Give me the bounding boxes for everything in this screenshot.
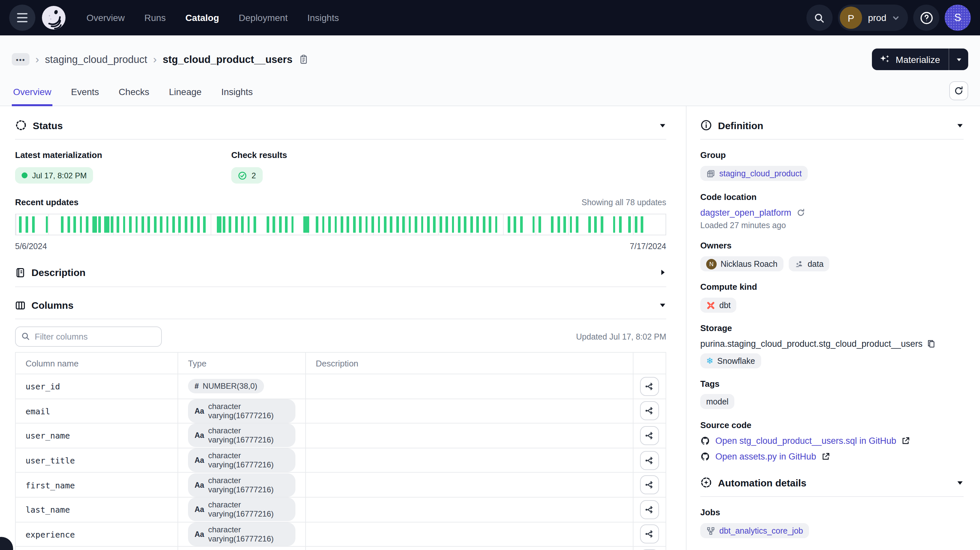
user-avatar[interactable]: S <box>945 5 971 31</box>
column-name: email <box>25 407 50 416</box>
columns-table-header: Column nameTypeDescription <box>15 352 666 374</box>
page-header: ••• › staging_cloud_product › stg_cloud_… <box>0 35 980 106</box>
update-bar <box>464 216 467 233</box>
column-type-pill: Aacharacter varying(16777216) <box>188 523 296 546</box>
column-description <box>305 473 633 497</box>
job-icon <box>706 526 715 535</box>
tab-checks[interactable]: Checks <box>117 86 150 105</box>
table-row: is_elementl_userBOOLEAN <box>15 547 666 550</box>
tags-label: Tags <box>700 379 964 389</box>
breadcrumb-overflow-button[interactable]: ••• <box>12 53 29 65</box>
update-bar <box>267 216 269 233</box>
update-bar <box>347 216 350 233</box>
expand-description-icon[interactable] <box>659 269 666 276</box>
nav-item-catalog[interactable]: Catalog <box>185 13 219 23</box>
check-results-badge[interactable]: 2 <box>231 167 262 183</box>
status-section-header[interactable]: Status <box>15 119 666 131</box>
update-bar <box>105 216 110 233</box>
breadcrumb: ••• › staging_cloud_product › stg_cloud_… <box>0 35 980 75</box>
update-bar <box>409 216 411 233</box>
recent-updates: Recent updates Showing all 78 updates 5/… <box>15 197 666 251</box>
update-bar <box>247 216 250 233</box>
update-bar <box>365 216 368 233</box>
help-button[interactable] <box>913 5 939 31</box>
automation-section-header[interactable]: Automation details <box>700 477 964 488</box>
nav-item-overview[interactable]: Overview <box>86 13 125 23</box>
menu-icon[interactable] <box>9 5 35 31</box>
column-lineage-button[interactable] <box>640 475 659 494</box>
column-header: Type <box>178 352 305 374</box>
column-lineage-button[interactable] <box>640 500 659 519</box>
column-name: user_id <box>25 382 60 392</box>
collapse-columns-icon[interactable] <box>659 301 666 309</box>
search-icon <box>21 332 30 341</box>
nav-item-insights[interactable]: Insights <box>307 13 339 23</box>
storage-label: Storage <box>700 323 964 333</box>
update-bar <box>433 216 436 233</box>
column-lineage-button[interactable] <box>640 451 659 470</box>
job-name: dbt_analytics_core_job <box>719 526 803 535</box>
nav-item-runs[interactable]: Runs <box>145 13 166 23</box>
filter-columns-field <box>15 327 162 347</box>
column-name: user_title <box>25 456 75 466</box>
column-lineage-button[interactable] <box>640 525 659 544</box>
github-link[interactable]: Open stg_cloud_product__users.sql in Git… <box>715 436 896 446</box>
collapse-status-icon[interactable] <box>659 121 666 129</box>
update-bar <box>613 216 616 233</box>
tab-insights[interactable]: Insights <box>220 86 254 105</box>
materialize-options-button[interactable] <box>948 48 968 70</box>
materialize-split-button: Materialize <box>872 48 968 70</box>
copy-path-icon[interactable] <box>927 340 935 348</box>
job-pill[interactable]: dbt_analytics_core_job <box>700 523 809 538</box>
tab-overview[interactable]: Overview <box>12 86 53 105</box>
tag-pill[interactable]: model <box>700 394 734 409</box>
update-bar <box>483 216 485 233</box>
search-button[interactable] <box>807 5 833 31</box>
columns-section-header[interactable]: Columns <box>15 300 666 311</box>
column-lineage-button[interactable] <box>640 426 659 445</box>
definition-section-header[interactable]: Definition <box>700 119 964 131</box>
collapse-automation-icon[interactable] <box>956 479 964 486</box>
update-bar <box>452 216 454 233</box>
update-bar <box>67 216 70 233</box>
update-bar <box>588 216 591 233</box>
breadcrumb-group-link[interactable]: staging_cloud_product <box>45 53 147 65</box>
column-type: character varying(16777216) <box>208 451 289 469</box>
tab-events[interactable]: Events <box>70 86 100 105</box>
deployment-switcher[interactable]: P prod <box>838 5 908 31</box>
filter-columns-input[interactable] <box>15 327 162 347</box>
compute-kind-pill[interactable]: dbt <box>700 298 737 313</box>
column-type-pill: Aacharacter varying(16777216) <box>188 498 296 521</box>
collapse-definition-icon[interactable] <box>956 121 964 129</box>
column-description <box>305 423 633 448</box>
dagster-logo[interactable] <box>41 5 67 31</box>
column-type-pill: Aacharacter varying(16777216) <box>188 399 296 423</box>
column-lineage-button[interactable] <box>640 377 659 396</box>
latest-materialization-badge[interactable]: Jul 17, 8:02 PM <box>15 167 93 183</box>
update-bar <box>178 216 181 233</box>
storage-platform-pill[interactable]: ❄ Snowflake <box>700 353 761 368</box>
latest-materialization-time: Jul 17, 8:02 PM <box>32 171 87 180</box>
reload-location-icon[interactable] <box>797 209 805 217</box>
update-bar <box>304 216 310 233</box>
table-row: user_titleAacharacter varying(16777216) <box>15 448 666 473</box>
github-link[interactable]: Open assets.py in GitHub <box>715 452 816 461</box>
code-location-link[interactable]: dagster_open_platform <box>700 208 791 218</box>
materialize-button[interactable]: Materialize <box>872 48 948 70</box>
update-bar <box>489 216 491 233</box>
tab-lineage[interactable]: Lineage <box>168 86 203 105</box>
update-bar <box>32 216 35 233</box>
update-bar <box>203 216 206 233</box>
owner-team-pill[interactable]: data <box>789 256 830 271</box>
column-type: NUMBER(38,0) <box>203 382 258 391</box>
updates-timeline-chart[interactable] <box>15 214 666 235</box>
update-bar <box>384 216 387 233</box>
owner-user-pill[interactable]: N Nicklaus Roach <box>700 256 783 271</box>
description-section-header[interactable]: Description <box>15 267 666 278</box>
refresh-button[interactable] <box>949 81 968 100</box>
column-lineage-button[interactable] <box>640 402 659 421</box>
nav-item-deployment[interactable]: Deployment <box>239 13 288 23</box>
check-circle-icon <box>238 171 247 180</box>
group-pill[interactable]: staging_cloud_product <box>700 166 808 181</box>
copy-asset-name-icon[interactable] <box>300 54 308 64</box>
